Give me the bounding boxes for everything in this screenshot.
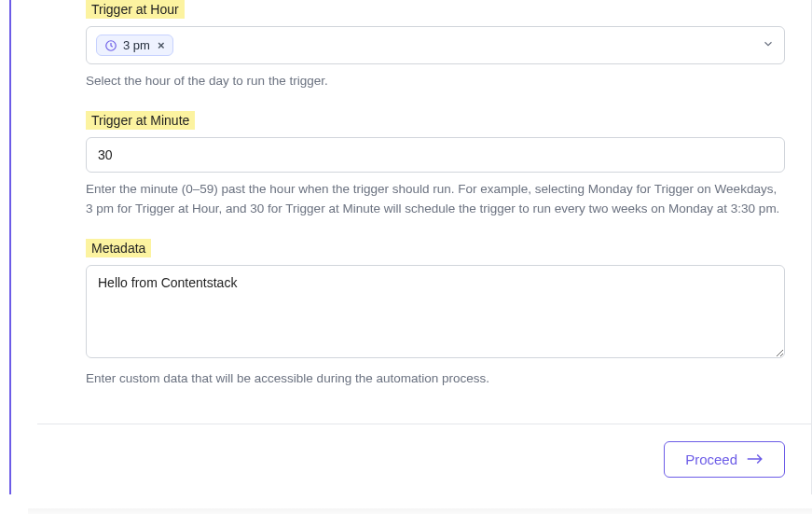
hour-chip-remove-icon[interactable]: ×: [158, 38, 165, 52]
label-trigger-minute: Trigger at Minute: [86, 111, 195, 130]
label-trigger-hour: Trigger at Hour: [86, 0, 185, 19]
textarea-metadata[interactable]: [86, 265, 785, 358]
field-metadata: Metadata Enter custom data that will be …: [86, 239, 785, 388]
hour-chip-label: 3 pm: [123, 38, 150, 52]
field-trigger-hour: Trigger at Hour 3 pm ×: [86, 0, 785, 90]
panel-shadow: [28, 508, 812, 514]
accent-rail: [9, 0, 11, 494]
chevron-down-icon[interactable]: [762, 37, 775, 53]
field-trigger-minute: Trigger at Minute Enter the minute (0–59…: [86, 111, 785, 218]
proceed-label: Proceed: [685, 451, 737, 467]
clock-icon: [104, 39, 117, 52]
help-trigger-minute: Enter the minute (0–59) past the hour wh…: [86, 180, 785, 218]
form-panel: Trigger at Hour 3 pm ×: [37, 0, 812, 494]
proceed-button[interactable]: Proceed: [664, 441, 785, 478]
arrow-right-icon: [747, 451, 764, 467]
label-metadata: Metadata: [86, 239, 151, 257]
help-metadata: Enter custom data that will be accessibl…: [86, 369, 785, 388]
footer: Proceed: [37, 424, 811, 494]
hour-chip[interactable]: 3 pm ×: [96, 35, 173, 56]
help-trigger-hour: Select the hour of the day to run the tr…: [86, 72, 785, 90]
input-trigger-minute[interactable]: [86, 137, 785, 173]
select-trigger-hour[interactable]: 3 pm ×: [86, 26, 785, 64]
